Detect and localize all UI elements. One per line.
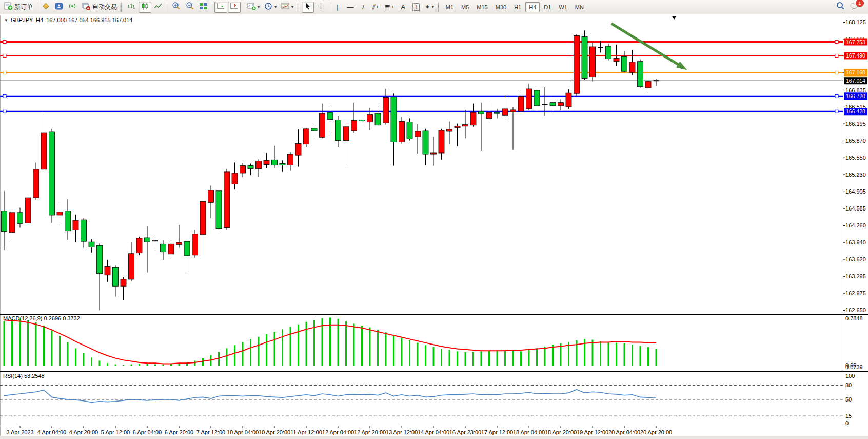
cursor-icon (304, 2, 311, 12)
line-chart-button[interactable] (152, 2, 165, 13)
news-button[interactable] (66, 2, 79, 13)
fibonacci-button[interactable]: ≣F (383, 2, 397, 13)
time-label: 10 Apr 04:00 (227, 429, 259, 435)
timeframe-d1[interactable]: D1 (540, 2, 555, 12)
channel-button[interactable]: ⫽E (370, 2, 382, 13)
candlestick (510, 107, 516, 150)
timeframe-m5[interactable]: M5 (458, 2, 472, 12)
hline-166.720[interactable] (0, 92, 867, 100)
templates-button[interactable]: ▾ (279, 2, 295, 13)
timeframe-w1[interactable]: W1 (555, 2, 571, 12)
hline-handle[interactable] (835, 94, 838, 98)
hline-handle[interactable] (3, 54, 6, 57)
rsi-axis-label: 50 (845, 396, 852, 403)
chart-shift-button[interactable] (228, 2, 241, 13)
candle-body (327, 112, 333, 119)
candle-body (320, 113, 325, 137)
fibonacci-icon: ≣ (385, 4, 390, 10)
candlestick (391, 93, 397, 165)
candlestick (17, 208, 23, 228)
new-order-button[interactable]: 新订单 (2, 2, 35, 13)
search-button[interactable] (834, 2, 847, 13)
hline-167.490[interactable] (0, 52, 867, 59)
hline-167.753[interactable] (0, 39, 867, 46)
new-order-icon (4, 2, 13, 12)
timeframe-mn[interactable]: MN (571, 2, 587, 12)
candle-body (113, 267, 119, 286)
zoom-out-button[interactable] (183, 2, 196, 13)
candle-body (423, 131, 428, 154)
candlestick (311, 124, 317, 137)
time-label: 3 Apr 2023 (6, 429, 33, 435)
candle-body (81, 220, 87, 241)
trend-arrow-head[interactable] (676, 62, 687, 70)
trendline-button[interactable]: / (357, 2, 369, 13)
separator (167, 2, 167, 12)
candlestick (320, 104, 325, 139)
candle-body (606, 46, 611, 59)
timeframe-m30[interactable]: M30 (492, 2, 510, 12)
rsi-indicator-label: RSI(14) 53.2548 (3, 373, 45, 379)
chart-canvas[interactable]: 168.125167.805167.485167.165166.835166.5… (0, 15, 868, 439)
auto-scroll-button[interactable] (214, 2, 227, 13)
candlestick (288, 152, 293, 171)
time-label: 20 Apr 20:00 (640, 429, 672, 435)
candle-body (136, 238, 142, 253)
hline-handle[interactable] (3, 110, 6, 113)
price-tick-label: 166.835 (845, 87, 866, 93)
candlestick (327, 104, 333, 135)
hline-handle[interactable] (3, 94, 6, 98)
hline-handle[interactable] (3, 41, 6, 44)
tile-windows-button[interactable] (197, 2, 210, 13)
candle-body (224, 172, 230, 228)
hline-handle[interactable] (3, 71, 6, 74)
candle-body (518, 96, 524, 111)
time-label: 4 Apr 04:00 (37, 429, 66, 435)
candle-body (264, 160, 269, 164)
candle-body (375, 113, 381, 125)
community-button[interactable] (53, 2, 66, 13)
time-label: 12 Apr 20:00 (354, 429, 386, 435)
hline-handle[interactable] (835, 41, 838, 44)
candle-body (304, 129, 309, 144)
bar-chart-button[interactable] (125, 2, 138, 13)
title-toggle-icon[interactable]: ▼ (4, 18, 8, 23)
timeframe-h4[interactable]: H4 (525, 2, 540, 12)
market-button[interactable] (40, 2, 52, 13)
hline-167.168[interactable] (0, 69, 867, 76)
candlestick (638, 60, 643, 88)
candlestick (622, 51, 627, 72)
time-label: 14 Apr 04:00 (418, 429, 449, 435)
arrows-button[interactable]: ✦▾ (423, 2, 436, 13)
candlestick (479, 103, 484, 151)
candlestick (598, 41, 603, 53)
candlestick (105, 260, 110, 282)
candlestick-chart-button[interactable] (139, 2, 151, 13)
timeframe-m1[interactable]: M1 (442, 2, 457, 12)
candle-body (447, 129, 452, 131)
hline-handle[interactable] (835, 110, 838, 113)
text-tool-button[interactable]: A (397, 2, 409, 13)
candlestick (49, 129, 55, 223)
crosshair-button[interactable] (314, 2, 327, 13)
hline-handle[interactable] (835, 71, 838, 74)
timeframe-m15[interactable]: M15 (473, 2, 491, 12)
text-label-button[interactable]: T (410, 2, 422, 13)
price-tick-label: 162.650 (845, 307, 866, 313)
autotrading-button[interactable]: 自动交易 (80, 2, 119, 13)
vertical-line-button[interactable]: | (331, 2, 344, 13)
notifications-button[interactable]: 1 (847, 2, 861, 13)
indicators-button[interactable]: ▾ (245, 2, 262, 13)
hline-166.428[interactable] (0, 108, 867, 115)
time-label: 19 Apr 12:00 (577, 429, 608, 435)
horizontal-line-button[interactable]: — (344, 2, 357, 13)
cursor-button[interactable] (302, 2, 314, 13)
hline-handle[interactable] (835, 54, 838, 57)
candlestick (415, 124, 421, 154)
candlestick (526, 84, 532, 110)
timeframe-h1[interactable]: H1 (510, 2, 525, 12)
zoom-in-button[interactable] (169, 2, 183, 13)
candle-body (470, 112, 476, 125)
candlestick (304, 128, 309, 147)
periods-button[interactable]: ▾ (262, 2, 279, 13)
